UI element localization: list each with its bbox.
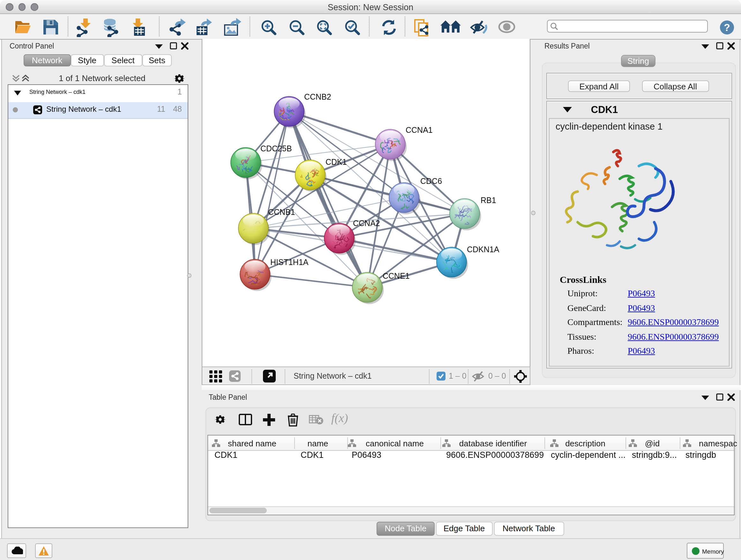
svg-text:CCNA1: CCNA1	[405, 125, 432, 134]
svg-text:CCNA2: CCNA2	[353, 219, 380, 227]
svg-text:CDC6: CDC6	[420, 176, 442, 185]
svg-text:CCNB1: CCNB1	[268, 207, 295, 216]
svg-text:RB1: RB1	[480, 195, 496, 204]
svg-text:CDC25B: CDC25B	[260, 144, 292, 152]
svg-text:CCNB2: CCNB2	[304, 92, 331, 101]
svg-text:HIST1H1A: HIST1H1A	[270, 257, 308, 266]
svg-text:CCNE1: CCNE1	[382, 271, 409, 280]
svg-text:CDK1: CDK1	[325, 157, 347, 166]
svg-text:?: ?	[724, 21, 730, 33]
svg-text:CDKN1A: CDKN1A	[467, 245, 499, 253]
